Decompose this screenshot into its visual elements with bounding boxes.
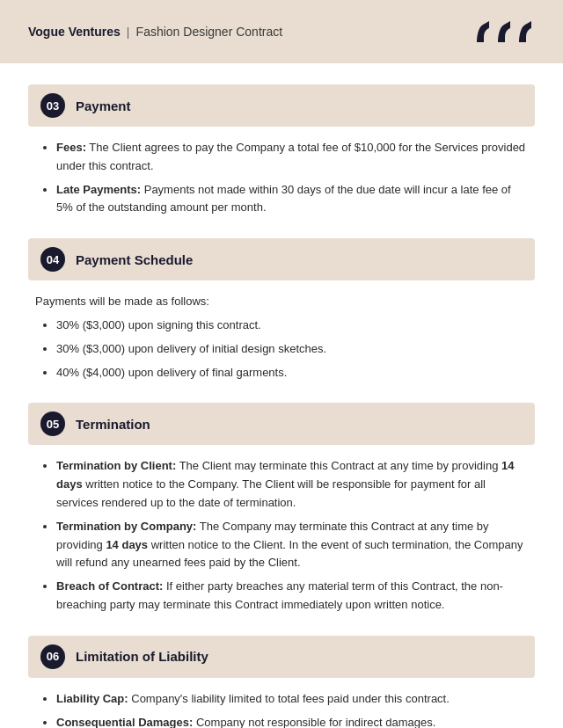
liability-list: Liability Cap: Company's liability limit… <box>35 690 528 728</box>
section-liability-body: Liability Cap: Company's liability limit… <box>28 690 535 728</box>
section-payment-schedule: 04 Payment Schedule Payments will be mad… <box>28 238 535 382</box>
company-logo <box>473 19 535 44</box>
section-liability: 06 Limitation of Liability Liability Cap… <box>28 636 535 728</box>
section-payment-body: Fees: The Client agrees to pay the Compa… <box>28 139 535 217</box>
brand-title: Vogue Ventures | Fashion Designer Contra… <box>28 25 282 40</box>
section-payment-schedule-header: 04 Payment Schedule <box>28 238 535 280</box>
section-payment-header: 03 Payment <box>28 84 535 127</box>
section-title-payment-schedule: Payment Schedule <box>76 252 193 267</box>
list-item: 30% ($3,000) upon signing this contract. <box>56 317 528 335</box>
section-number-03: 03 <box>40 93 65 118</box>
section-termination: 05 Termination Termination by Client: Th… <box>28 403 535 614</box>
termination-list: Termination by Client: The Client may te… <box>35 457 528 614</box>
section-payment-schedule-body: Payments will be made as follows: 30% ($… <box>28 293 535 382</box>
list-item: 40% ($4,000) upon delivery of final garm… <box>56 364 528 382</box>
main-content: 03 Payment Fees: The Client agrees to pa… <box>0 63 563 728</box>
term-consequential-damages: Consequential Damages: <box>56 716 193 728</box>
list-item: Liability Cap: Company's liability limit… <box>56 690 528 709</box>
schedule-item-2: 30% ($3,000) upon delivery of initial de… <box>56 342 326 355</box>
logo-wave-2 <box>494 19 514 44</box>
list-item: Fees: The Client agrees to pay the Compa… <box>56 139 528 176</box>
payment-schedule-list: 30% ($3,000) upon signing this contract.… <box>35 317 528 382</box>
schedule-item-3: 40% ($4,000) upon delivery of final garm… <box>56 366 287 379</box>
section-payment: 03 Payment Fees: The Client agrees to pa… <box>28 84 535 217</box>
section-number-06: 06 <box>40 644 65 669</box>
schedule-item-1: 30% ($3,000) upon signing this contract. <box>56 318 261 331</box>
list-item: Termination by Client: The Client may te… <box>56 457 528 512</box>
section-title-payment: Payment <box>76 98 131 113</box>
list-item: 30% ($3,000) upon delivery of initial de… <box>56 340 528 359</box>
section-number-05: 05 <box>40 411 65 436</box>
contract-title: Fashion Designer Contract <box>136 25 283 39</box>
term-breach: Breach of Contract: <box>56 579 163 593</box>
term-termination-company: Termination by Company: <box>56 520 196 533</box>
term-late-payments: Late Payments: <box>56 183 141 196</box>
list-item: Late Payments: Payments not made within … <box>56 181 528 218</box>
page-header: Vogue Ventures | Fashion Designer Contra… <box>0 0 563 63</box>
section-number-04: 04 <box>40 247 65 272</box>
section-termination-body: Termination by Client: The Client may te… <box>28 457 535 614</box>
section-title-termination: Termination <box>76 417 150 432</box>
brand-name: Vogue Ventures <box>28 25 121 39</box>
payment-list: Fees: The Client agrees to pay the Compa… <box>35 139 528 217</box>
logo-wave-3 <box>515 19 535 44</box>
logo-wave-1 <box>473 19 493 44</box>
term-termination-client: Termination by Client: <box>56 459 176 472</box>
text-liability-cap: Company's liability limited to total fee… <box>128 692 450 705</box>
text-fees: The Client agrees to pay the Company a t… <box>56 141 525 172</box>
section-termination-header: 05 Termination <box>28 403 535 445</box>
list-item: Consequential Damages: Company not respo… <box>56 714 528 728</box>
list-item: Termination by Company: The Company may … <box>56 518 528 572</box>
list-item: Breach of Contract: If either party brea… <box>56 578 528 615</box>
text-consequential-damages: Company not responsible for indirect dam… <box>193 716 435 728</box>
payment-schedule-intro: Payments will be made as follows: <box>35 293 528 311</box>
brand-separator: | <box>127 25 129 39</box>
section-liability-header: 06 Limitation of Liability <box>28 636 535 678</box>
section-title-liability: Limitation of Liability <box>76 649 208 664</box>
term-liability-cap: Liability Cap: <box>56 692 128 705</box>
term-fees: Fees: <box>56 141 86 154</box>
